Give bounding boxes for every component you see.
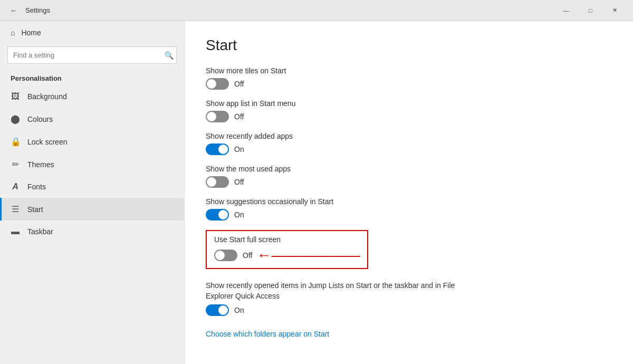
page-title: Start	[206, 37, 612, 54]
sidebar-item-lock-screen[interactable]: 🔒 Lock screen	[0, 130, 184, 153]
setting-label: Show the most used apps	[206, 165, 612, 173]
fonts-icon: A	[11, 182, 20, 191]
home-icon: ⌂	[11, 28, 15, 37]
sidebar: ⌂ Home 🔍 Personalisation 🖼 Background ⬤ …	[0, 21, 185, 364]
sidebar-item-taskbar[interactable]: ▬ Taskbar	[0, 221, 184, 243]
setting-use-full-screen: Use Start full screen Off ←——————	[206, 230, 612, 271]
sidebar-item-label: Background	[27, 92, 67, 101]
setting-label: Show suggestions occasionally in Start	[206, 197, 612, 206]
setting-label: Show recently opened items in Jump Lists…	[206, 281, 469, 301]
sidebar-item-colours[interactable]: ⬤ Colours	[0, 108, 184, 130]
toggle-state: Off	[234, 112, 244, 121]
search-input[interactable]	[7, 46, 177, 64]
back-button[interactable]: ←	[6, 3, 21, 18]
toggle-state: Off	[243, 251, 252, 260]
start-icon: ☰	[11, 204, 20, 214]
setting-label: Show recently added apps	[206, 132, 612, 140]
maximize-button[interactable]: □	[578, 0, 602, 21]
window-title: Settings	[25, 6, 50, 14]
sidebar-item-label: Fonts	[27, 183, 46, 191]
sidebar-item-label: Taskbar	[27, 227, 53, 236]
sidebar-item-themes[interactable]: ✏ Themes	[0, 153, 184, 176]
colours-icon: ⬤	[11, 114, 20, 124]
section-title: Personalisation	[0, 70, 184, 85]
titlebar: ← Settings — □ ✕	[0, 0, 633, 21]
sidebar-item-home[interactable]: ⌂ Home	[0, 21, 184, 44]
setting-label: Show app list in Start menu	[206, 99, 612, 108]
arrow-icon: ←——————	[256, 247, 360, 264]
toggle-state: Off	[234, 80, 244, 88]
background-icon: 🖼	[11, 92, 20, 101]
setting-show-recent-items: Show recently opened items in Jump Lists…	[206, 281, 612, 316]
taskbar-icon: ▬	[11, 227, 20, 236]
window-controls: — □ ✕	[554, 0, 627, 21]
toggle-state: On	[234, 210, 244, 219]
sidebar-item-start[interactable]: ☰ Start	[0, 198, 184, 221]
sidebar-item-label: Themes	[27, 160, 54, 169]
sidebar-home-label: Home	[21, 28, 41, 37]
sidebar-item-label: Start	[27, 205, 43, 214]
close-button[interactable]: ✕	[602, 0, 627, 21]
setting-label: Use Start full screen	[214, 235, 360, 244]
setting-label: Show more tiles on Start	[206, 66, 612, 75]
toggle-show-suggestions[interactable]	[206, 209, 229, 221]
lock-screen-icon: 🔒	[11, 137, 20, 147]
toggle-state: On	[234, 145, 244, 154]
setting-show-app-list: Show app list in Start menu Off	[206, 99, 612, 122]
sidebar-item-fonts[interactable]: A Fonts	[0, 176, 184, 198]
sidebar-item-label: Colours	[27, 115, 53, 123]
toggle-state: On	[234, 306, 244, 314]
toggle-state: Off	[234, 178, 244, 186]
sidebar-item-label: Lock screen	[27, 138, 67, 146]
toggle-show-recently-added[interactable]	[206, 143, 229, 155]
setting-show-more-tiles: Show more tiles on Start Off	[206, 66, 612, 90]
search-icon: 🔍	[165, 51, 174, 60]
sidebar-search: 🔍	[7, 46, 177, 64]
themes-icon: ✏	[11, 159, 20, 169]
highlight-box: Use Start full screen Off ←——————	[206, 230, 368, 269]
setting-show-most-used: Show the most used apps Off	[206, 165, 612, 188]
toggle-use-full-screen[interactable]	[214, 250, 237, 261]
sidebar-item-background[interactable]: 🖼 Background	[0, 85, 184, 108]
setting-show-recently-added: Show recently added apps On	[206, 132, 612, 155]
main-panel: Start Show more tiles on Start Off Show …	[185, 21, 633, 364]
minimize-button[interactable]: —	[554, 0, 578, 21]
toggle-show-recent-items[interactable]	[206, 304, 229, 316]
choose-folders-link[interactable]: Choose which folders appear on Start	[206, 330, 329, 338]
app-body: ⌂ Home 🔍 Personalisation 🖼 Background ⬤ …	[0, 21, 633, 364]
toggle-show-app-list[interactable]	[206, 111, 229, 122]
toggle-show-most-used[interactable]	[206, 176, 229, 188]
setting-show-suggestions: Show suggestions occasionally in Start O…	[206, 197, 612, 221]
toggle-show-more-tiles[interactable]	[206, 78, 229, 90]
